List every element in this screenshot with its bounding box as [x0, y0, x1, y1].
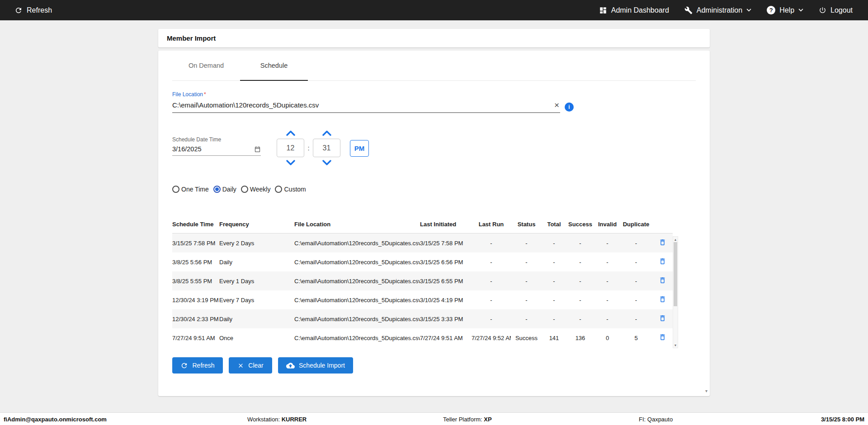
cell-status: Success: [511, 328, 542, 347]
radio-circle-icon: [172, 186, 179, 193]
cell-schedule-time: 7/27/24 9:51 AM: [172, 328, 219, 347]
cloud-upload-icon: [286, 361, 295, 370]
footer-datetime: 3/15/25 8:00 PM: [821, 416, 864, 422]
cell-invalid: -: [594, 234, 620, 253]
cell-status: -: [511, 271, 542, 290]
clear-button[interactable]: Clear: [229, 357, 272, 374]
cell-schedule-time: 3/8/25 5:55 PM: [172, 271, 219, 290]
cell-duplicate: -: [620, 309, 652, 328]
cell-file-location: C:\email\Automation\120records_5Dupicate…: [294, 328, 420, 347]
time-spinner: 12 : 31 PM: [277, 129, 369, 167]
cell-invalid: -: [594, 271, 620, 290]
administration-menu[interactable]: Administration: [684, 6, 751, 14]
radio-weekly[interactable]: Weekly: [241, 186, 271, 193]
scroll-down-arrow[interactable]: ▼: [673, 342, 678, 348]
dashboard-icon: [599, 6, 607, 14]
minute-decrement-button[interactable]: [322, 159, 331, 167]
tab-schedule[interactable]: Schedule: [240, 51, 308, 80]
calendar-icon[interactable]: [254, 146, 261, 153]
minute-increment-button[interactable]: [322, 129, 331, 137]
delete-row-button[interactable]: [658, 276, 667, 286]
refresh-nav[interactable]: Refresh: [14, 6, 52, 14]
hour-decrement-button[interactable]: [286, 159, 295, 167]
hour-input[interactable]: 12: [277, 139, 304, 157]
radio-one-time[interactable]: One Time: [172, 186, 209, 193]
close-icon: [237, 362, 244, 369]
minute-spinner: 31: [313, 129, 340, 167]
table-row: 12/30/24 3:19 PM Every 7 Days C:\email\A…: [172, 290, 673, 309]
cell-delete: [652, 252, 673, 271]
cell-frequency: Daily: [219, 252, 294, 271]
chevron-down-icon: [322, 160, 331, 165]
radio-custom[interactable]: Custom: [275, 186, 306, 193]
cell-total: -: [542, 309, 566, 328]
cell-schedule-time: 3/15/25 7:58 PM: [172, 234, 219, 253]
delete-row-button[interactable]: [658, 313, 667, 324]
cell-file-location: C:\email\Automation\120records_5Dupicate…: [294, 290, 420, 309]
col-delete: [652, 221, 673, 234]
help-menu[interactable]: ? Help: [767, 6, 803, 14]
cell-status: -: [511, 252, 542, 271]
member-import-card: On Demand Schedule File Location* C:\ema…: [158, 51, 710, 396]
minute-input[interactable]: 31: [313, 139, 340, 157]
schedule-datetime-row: Schedule Date Time 3/16/2025 12 : 31: [172, 129, 696, 167]
logout-button[interactable]: Logout: [819, 6, 853, 14]
col-duplicate: Duplicate: [620, 221, 652, 234]
scroll-up-arrow[interactable]: ▲: [673, 237, 678, 242]
schedule-table-body: 3/15/25 7:58 PM Every 2 Days C:\email\Au…: [172, 234, 673, 348]
cell-delete: [652, 328, 673, 347]
tab-on-demand[interactable]: On Demand: [172, 51, 240, 80]
card-scrollbar-down-arrow[interactable]: ▾: [705, 388, 708, 393]
cell-file-location: C:\email\Automation\120records_5Dupicate…: [294, 309, 420, 328]
cell-frequency: Every 1 Days: [219, 271, 294, 290]
delete-row-button[interactable]: [658, 257, 667, 267]
table-row: 7/27/24 9:51 AM Once C:\email\Automation…: [172, 328, 673, 347]
col-last-initiated: Last Initiated: [420, 221, 472, 234]
cell-status: -: [511, 290, 542, 309]
time-separator: :: [304, 144, 313, 152]
delete-row-button[interactable]: [658, 332, 667, 343]
col-last-run: Last Run: [472, 221, 511, 234]
page-container: Member Import On Demand Schedule File Lo…: [158, 29, 710, 396]
administration-label: Administration: [697, 6, 742, 14]
cell-invalid: -: [594, 309, 620, 328]
cell-frequency: Once: [219, 328, 294, 347]
radio-circle-icon: [275, 186, 282, 193]
cell-last-initiated: 3/10/25 4:19 PM: [420, 290, 472, 309]
radio-daily[interactable]: Daily: [213, 186, 236, 193]
admin-dashboard-nav[interactable]: Admin Dashboard: [599, 6, 669, 14]
cell-status: -: [511, 309, 542, 328]
footer-user: fiAdmin@qaxpauto.onmicrosoft.com: [4, 416, 107, 422]
refresh-button[interactable]: Refresh: [172, 357, 223, 374]
delete-row-button[interactable]: [658, 238, 667, 248]
refresh-nav-label: Refresh: [27, 6, 52, 14]
cell-delete: [652, 290, 673, 309]
meridiem-toggle[interactable]: PM: [350, 140, 369, 157]
cell-success: -: [566, 290, 594, 309]
cell-success: -: [566, 252, 594, 271]
trash-icon: [659, 257, 666, 265]
cell-success: -: [566, 271, 594, 290]
cell-last-run: -: [472, 234, 511, 253]
cell-frequency: Every 2 Days: [219, 234, 294, 253]
cell-last-run: -: [472, 252, 511, 271]
schedule-date-input[interactable]: 3/16/2025: [172, 143, 261, 156]
col-total: Total: [542, 221, 566, 234]
file-location-input[interactable]: C:\email\Automation\120records_5Dupicate…: [172, 98, 560, 113]
refresh-icon: [14, 6, 23, 14]
info-icon[interactable]: i: [565, 103, 574, 112]
hour-increment-button[interactable]: [286, 129, 295, 137]
cell-file-location: C:\email\Automation\120records_5Dupicate…: [294, 234, 420, 253]
cell-total: 141: [542, 328, 566, 347]
cell-schedule-time: 12/30/24 3:19 PM: [172, 290, 219, 309]
schedule-table: Schedule Time Frequency File Location La…: [172, 221, 678, 347]
table-scrollbar[interactable]: ▲ ▼: [673, 236, 678, 348]
radio-circle-icon: [213, 186, 221, 193]
delete-row-button[interactable]: [658, 294, 667, 305]
schedule-import-button[interactable]: Schedule Import: [278, 357, 353, 374]
page-title-card: Member Import: [158, 29, 710, 47]
file-location-value: C:\email\Automation\120records_5Dupicate…: [172, 101, 319, 109]
clear-input-icon[interactable]: ×: [554, 101, 560, 109]
scrollbar-thumb[interactable]: [674, 242, 677, 306]
trash-icon: [659, 276, 666, 284]
